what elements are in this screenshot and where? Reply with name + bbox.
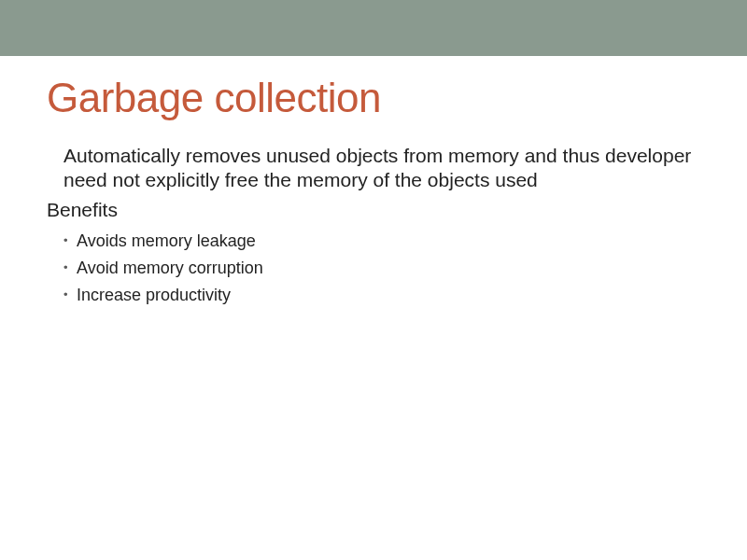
benefits-list: Avoids memory leakage Avoid memory corru… [47,229,700,308]
list-item: Increase productivity [63,283,700,308]
list-item: Avoids memory leakage [63,229,700,254]
list-item: Avoid memory corruption [63,256,700,281]
body-paragraph: Automatically removes unused objects fro… [63,144,700,193]
header-band [0,0,747,56]
benefits-heading: Benefits [47,199,700,221]
body-block: Automatically removes unused objects fro… [47,144,700,193]
slide-content: Garbage collection Automatically removes… [0,56,747,329]
slide-title: Garbage collection [47,75,700,121]
